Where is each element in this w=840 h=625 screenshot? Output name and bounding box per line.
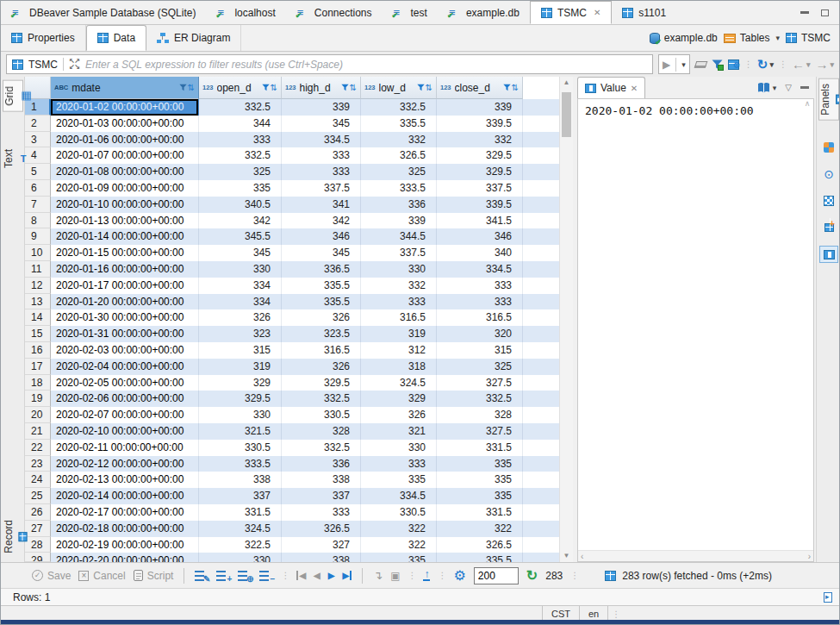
cell-close-d[interactable]: 339.5	[437, 116, 523, 132]
table-row[interactable]: 19 2020-02-06 00:00:00+00:00 329.5 332.5…	[25, 391, 559, 407]
script-button[interactable]: Script	[134, 570, 174, 582]
cell-mdate[interactable]: 2020-02-18 00:00:00+00:00	[51, 521, 199, 537]
row-number-cell[interactable]: 11	[25, 261, 51, 278]
cell-open-d[interactable]: 332.5	[199, 147, 282, 164]
row-number-cell[interactable]: 12	[25, 278, 51, 294]
record-mode-toggle[interactable]: Record	[3, 515, 23, 559]
cell-low-d[interactable]: 333	[361, 456, 437, 472]
value-vertical-scrollbar[interactable]: ∧	[801, 99, 813, 549]
cell-open-d[interactable]: 345.5	[199, 228, 282, 245]
chevron-right-icon[interactable]: ›	[808, 552, 811, 561]
table-row[interactable]: 2 2020-01-03 00:00:00+00:00 344 345 335.…	[25, 116, 559, 132]
cell-open-d[interactable]: 342	[199, 213, 282, 229]
tab-tsmc[interactable]: TSMC ✕	[530, 1, 612, 24]
cell-close-d[interactable]: 331.5	[437, 504, 523, 521]
cell-high-d[interactable]: 336	[282, 456, 361, 472]
delete-row-icon[interactable]	[259, 570, 273, 581]
forward-button[interactable]: → ▾	[815, 57, 834, 72]
cell-open-d[interactable]: 340.5	[199, 197, 282, 213]
table-row[interactable]: 6 2020-01-09 00:00:00+00:00 335 337.5 33…	[25, 180, 559, 197]
cell-high-d[interactable]: 326.5	[282, 521, 361, 537]
table-row[interactable]: 5 2020-01-08 00:00:00+00:00 325 333 325 …	[25, 164, 559, 180]
cell-mdate[interactable]: 2020-01-31 00:00:00+00:00	[51, 326, 199, 342]
table-row[interactable]: 24 2020-02-13 00:00:00+00:00 338 338 335…	[25, 472, 559, 488]
cell-high-d[interactable]: 333	[282, 147, 361, 164]
filter-sort-icons[interactable]: ⇅	[417, 83, 432, 92]
cell-low-d[interactable]: 332	[361, 132, 437, 148]
table-row[interactable]: 18 2020-02-05 00:00:00+00:00 329 329.5 3…	[25, 375, 559, 391]
cell-open-d[interactable]: 322.5	[199, 537, 282, 553]
grouping-panel-icon[interactable]	[819, 219, 838, 236]
cell-close-d[interactable]: 316.5	[437, 309, 523, 326]
cell-high-d[interactable]: 336.5	[282, 261, 361, 278]
first-row-icon[interactable]: ◀	[296, 571, 306, 580]
tab-dbeaver-sample-database[interactable]: DBeaver Sample Database (SQLite)	[1, 1, 206, 24]
cell-open-d[interactable]: 330	[199, 407, 282, 423]
cell-low-d[interactable]: 321	[361, 423, 437, 440]
filter-sort-icons[interactable]: ⇅	[262, 83, 277, 92]
table-row[interactable]: 16 2020-02-03 00:00:00+00:00 315 316.5 3…	[25, 342, 559, 359]
cell-mdate[interactable]: 2020-01-09 00:00:00+00:00	[51, 180, 199, 197]
cell-open-d[interactable]: 331.5	[199, 504, 282, 521]
cell-high-d[interactable]: 333	[282, 164, 361, 180]
scroll-up-icon[interactable]: ▲	[560, 77, 573, 89]
scrollbar-thumb[interactable]	[562, 92, 571, 137]
row-number-cell[interactable]: 29	[25, 553, 51, 562]
cell-mdate[interactable]: 2020-02-14 00:00:00+00:00	[51, 488, 199, 504]
cell-high-d[interactable]: 346	[282, 228, 361, 245]
row-number-cell[interactable]: 25	[25, 488, 51, 504]
cell-high-d[interactable]: 334.5	[282, 132, 361, 148]
row-number-cell[interactable]: 26	[25, 504, 51, 521]
cell-open-d[interactable]: 324.5	[199, 521, 282, 537]
row-number-cell[interactable]: 24	[25, 472, 51, 488]
cell-close-d[interactable]: 339.5	[437, 197, 523, 213]
cell-close-d[interactable]: 327.5	[437, 375, 523, 391]
cell-high-d[interactable]: 333	[282, 504, 361, 521]
cell-low-d[interactable]: 324.5	[361, 375, 437, 391]
cell-open-d[interactable]: 329.5	[199, 391, 282, 407]
table-row[interactable]: 25 2020-02-14 00:00:00+00:00 337 337 334…	[25, 488, 559, 504]
cell-mdate[interactable]: 2020-01-16 00:00:00+00:00	[51, 261, 199, 278]
table-row[interactable]: 15 2020-01-31 00:00:00+00:00 323 323.5 3…	[25, 326, 559, 342]
cell-close-d[interactable]: 328	[437, 407, 523, 423]
export-data-icon[interactable]: ↑	[423, 570, 430, 581]
cell-open-d[interactable]: 323	[199, 326, 282, 342]
filter-history-dropdown-icon[interactable]: ▾	[681, 60, 686, 69]
row-number-cell[interactable]: 7	[25, 197, 51, 213]
cell-value-text[interactable]: 2020-01-02 00:00:00+00:00	[578, 99, 813, 122]
filter-sort-icons[interactable]: ⇅	[179, 83, 195, 92]
row-number-cell[interactable]: 13	[25, 294, 51, 310]
table-row[interactable]: 7 2020-01-10 00:00:00+00:00 340.5 341 33…	[25, 197, 559, 213]
table-row[interactable]: 13 2020-01-20 00:00:00+00:00 334 335.5 3…	[25, 294, 559, 310]
apply-filter-icon[interactable]: ▶	[663, 59, 670, 71]
panels-tab[interactable]: Panels	[818, 78, 839, 121]
cell-high-d[interactable]: 316.5	[282, 342, 361, 359]
cell-close-d[interactable]: 315	[437, 342, 523, 359]
presentation-tab-text[interactable]: Text T	[3, 144, 23, 173]
cell-mdate[interactable]: 2020-02-07 00:00:00+00:00	[51, 407, 199, 423]
cell-high-d[interactable]: 332.5	[282, 440, 361, 456]
tab-er-diagram[interactable]: ER Diagram	[146, 25, 241, 51]
cell-mdate[interactable]: 2020-01-02 00:00:00+00:00	[51, 99, 199, 116]
cell-low-d[interactable]: 335.5	[361, 116, 437, 132]
cell-mdate[interactable]: 2020-01-07 00:00:00+00:00	[51, 147, 199, 164]
filter-input[interactable]	[85, 59, 647, 71]
cell-high-d[interactable]: 323.5	[282, 326, 361, 342]
row-number-cell[interactable]: 3	[25, 132, 51, 148]
cell-mdate[interactable]: 2020-01-15 00:00:00+00:00	[51, 245, 199, 261]
row-number-cell[interactable]: 15	[25, 326, 51, 342]
cell-low-d[interactable]: 333.5	[361, 180, 437, 197]
row-number-cell[interactable]: 2	[25, 116, 51, 132]
cell-low-d[interactable]: 326.5	[361, 147, 437, 164]
cell-open-d[interactable]: 319	[199, 359, 282, 375]
cell-high-d[interactable]: 337.5	[282, 180, 361, 197]
cell-open-d[interactable]: 330	[199, 261, 282, 278]
cell-low-d[interactable]: 322	[361, 521, 437, 537]
cell-mdate[interactable]: 2020-01-03 00:00:00+00:00	[51, 116, 199, 132]
cell-open-d[interactable]: 330	[199, 553, 282, 562]
cell-high-d[interactable]: 335.5	[282, 294, 361, 310]
breadcrumb-database[interactable]: example.db	[650, 32, 718, 44]
row-number-cell[interactable]: 20	[25, 407, 51, 423]
filter-sort-icons[interactable]: ⇅	[503, 83, 519, 92]
grid-vertical-scrollbar[interactable]: ▲ ▼	[559, 77, 573, 562]
